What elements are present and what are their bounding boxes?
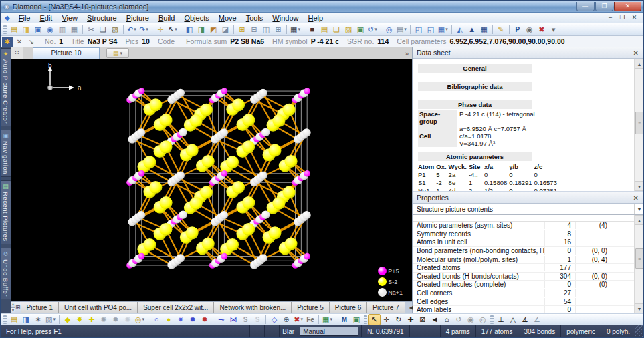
side-tab-auto-picture-creator[interactable]: ✦Auto Picture Creator (1, 48, 11, 126)
document-icon[interactable]: ◆ (5, 14, 10, 21)
menu-tools[interactable]: Tools (241, 13, 268, 23)
lattice-blue-icon[interactable]: ✹ (187, 314, 199, 325)
dark-picture-icon[interactable]: ■ (306, 24, 318, 35)
window-split-icon[interactable]: ⊞ (272, 24, 284, 35)
scrollbar-thumb[interactable] (635, 248, 643, 269)
copy-picture-icon[interactable]: ❏ (330, 24, 342, 35)
new-picture-icon[interactable]: ▤ (318, 24, 330, 35)
menu-view[interactable]: View (57, 13, 82, 23)
side-tab-recent-pictures[interactable]: ▤Recent Pictures (1, 180, 11, 244)
open-folder-icon[interactable]: ◨ (20, 24, 32, 35)
copy-icon[interactable]: ❏ (97, 24, 109, 35)
plane-measure-icon[interactable]: ∠ (531, 314, 543, 325)
status-manual-field[interactable]: Manual (300, 327, 358, 336)
origin-icon[interactable]: ⊕ (280, 314, 292, 325)
network-icon[interactable]: ✹ (110, 314, 122, 325)
delete-red-icon[interactable]: ✖▾ (292, 314, 304, 325)
spin-icon[interactable]: ↺ (453, 314, 465, 325)
key-icon[interactable]: ✖ (536, 24, 548, 35)
picture-green-icon[interactable]: ▣ (350, 314, 362, 325)
angle-measure-icon[interactable]: △ (507, 314, 519, 325)
data-table-icon[interactable]: ▦ (478, 24, 490, 35)
assistant-icon[interactable]: ✱ (2, 37, 13, 47)
scroll-up-icon[interactable]: ▲ (635, 59, 644, 69)
side-tab-undo-buffer[interactable]: ↺Undo Buffer (1, 248, 11, 299)
bond-create-icon[interactable]: ⊸ (215, 314, 227, 325)
find-icon[interactable]: ◉ (44, 24, 56, 35)
scroll-down-icon[interactable]: ▼ (635, 181, 644, 191)
mdi-restore-button[interactable]: ❐ (617, 13, 627, 22)
translate-mode-icon[interactable]: ✚ (405, 314, 417, 325)
bond-gray2-icon[interactable]: S (251, 314, 263, 325)
home-view-icon[interactable]: ⌂ (441, 314, 453, 325)
print-icon[interactable]: ▦ (68, 24, 80, 35)
picture-tab-picture-5[interactable]: Picture 5 (292, 302, 329, 313)
new-document-icon[interactable]: ▤ (8, 24, 20, 35)
menu-edit[interactable]: Edit (35, 13, 57, 23)
view-angle-icon[interactable]: ◄ (429, 314, 441, 325)
step-fwd-icon[interactable]: ◎ (477, 314, 489, 325)
picture-tab-picture-7[interactable]: Picture 7 (367, 302, 405, 313)
bond-gray1-icon[interactable]: S (239, 314, 251, 325)
ring-filled-icon[interactable]: ● (163, 314, 175, 325)
history-icon[interactable]: ↺▾ (366, 24, 379, 35)
tab-list-button[interactable]: ⊞ (15, 302, 21, 313)
build-tools-icon[interactable]: ✶ (32, 314, 44, 325)
photo-icon[interactable]: ▣ (354, 24, 366, 35)
picture-menu-icon[interactable]: ▨▾ (44, 314, 57, 325)
goto-record-icon[interactable]: ↘ (26, 37, 37, 47)
picture-tab-network-with-broken[interactable]: Network with broken... (214, 302, 292, 313)
m-symbol-icon[interactable]: M (338, 314, 350, 325)
picture-tab-super-cell-2x2x2-wit[interactable]: Super cell 2x2x2 wit... (138, 302, 214, 313)
title-bar[interactable]: ◈ Diamond - [Na3PS4-10-pictures.diamdoc]… (1, 1, 643, 13)
layout-grid-icon[interactable]: ▦▾ (437, 24, 449, 35)
tab-overflow-chevron[interactable]: » (405, 50, 412, 59)
paste-icon[interactable]: ▧ (109, 24, 121, 35)
pan-hand-icon[interactable]: ✛ (154, 24, 167, 35)
mdi-minimize-button[interactable]: – (605, 13, 615, 22)
select-pointer-icon[interactable]: ↖ (368, 314, 381, 325)
menu-build[interactable]: Build (154, 13, 179, 23)
properties-selector[interactable]: Structure picture contents ▼ (413, 204, 644, 215)
dihedral-icon[interactable]: ∡ (519, 314, 531, 325)
chart-b-icon[interactable]: ▲ (466, 24, 478, 35)
p-label-icon[interactable]: P (512, 24, 524, 35)
rotate-mode-icon[interactable]: ↻ (393, 314, 405, 325)
undo-icon[interactable]: ↶▾ (126, 24, 138, 35)
menu-help[interactable]: Help (304, 13, 328, 23)
data-sheet-header[interactable]: Data sheet ✕ (413, 47, 644, 59)
table-menu-icon[interactable]: ▦▾ (289, 24, 302, 35)
move-mode-icon[interactable]: ✛ (381, 314, 393, 325)
side-tab-navigation[interactable]: ▣Navigation (1, 130, 11, 177)
redo-icon[interactable]: ↷▾ (138, 24, 150, 35)
wand-icon[interactable]: ✎ (495, 24, 507, 35)
print-preview-icon[interactable]: ▥ (56, 24, 68, 35)
add-picture-icon[interactable]: ◨ (20, 314, 32, 325)
picture-rotate-icon[interactable]: ◩ (207, 24, 219, 35)
scroll-up-icon[interactable]: ▲ (635, 215, 644, 225)
send-picture-icon[interactable]: ▨ (342, 24, 354, 35)
properties-scrollbar[interactable]: ▲ ▼ (634, 215, 644, 313)
save-icon[interactable]: ▣ (32, 24, 44, 35)
zoom-search-icon[interactable]: ◎ (383, 24, 395, 35)
picture-window-icon[interactable]: ◧ (183, 24, 195, 35)
step-back-icon[interactable]: ◉ (465, 314, 477, 325)
lattice-red-icon[interactable]: ✹ (199, 314, 211, 325)
window-cascade-icon[interactable]: ⊞ (236, 24, 248, 35)
connect-atoms-icon[interactable]: ✺ (98, 314, 110, 325)
zoom-mode-icon[interactable]: ⊠ (417, 314, 429, 325)
tab-picture-10[interactable]: Picture 10 (33, 47, 100, 59)
properties-menu-icon[interactable]: ▤▾ (395, 24, 408, 35)
structure-canvas[interactable]: b a P+5S-2Na+1 (11, 59, 412, 301)
chart-a-icon[interactable]: ◭ (454, 24, 466, 35)
color-grid-icon[interactable]: ▦▾ (321, 314, 334, 325)
properties-header[interactable]: Properties ✕ (413, 192, 644, 204)
pointer-icon[interactable]: ↖▾ (167, 24, 179, 35)
data-sheet-scrollbar[interactable]: ▲ ▼ (634, 59, 644, 191)
menu-window[interactable]: Window (267, 13, 303, 23)
properties-close-icon[interactable]: ✕ (632, 194, 640, 202)
data-sheet-close-icon[interactable]: ✕ (632, 49, 640, 57)
bond-network-icon[interactable]: ⋈ (227, 314, 239, 325)
menu-picture[interactable]: Picture (122, 13, 154, 23)
cut-icon[interactable]: ✂ (85, 24, 97, 35)
